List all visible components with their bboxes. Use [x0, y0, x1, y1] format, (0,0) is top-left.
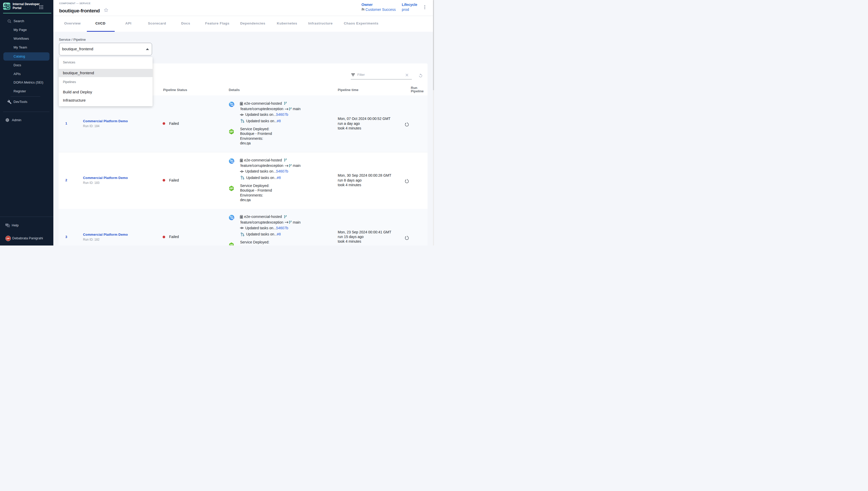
- svg-text:?: ?: [6, 224, 7, 225]
